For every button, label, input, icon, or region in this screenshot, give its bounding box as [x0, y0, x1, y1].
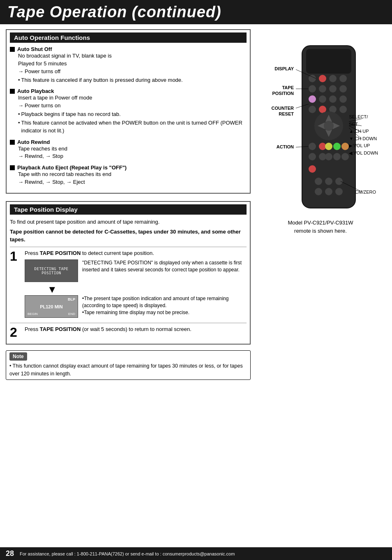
step-1-title-part1: Press — [25, 250, 40, 256]
svg-point-37 — [335, 178, 343, 185]
shut-off-arrow-text: Power turns off — [25, 68, 60, 76]
note-label: Note — [9, 352, 27, 361]
svg-point-35 — [315, 178, 322, 185]
note-text: • This function cannot display exact amo… — [9, 362, 247, 378]
vol-up-label: ▶:VOL UP — [349, 142, 378, 150]
display-label: DISPLAY — [265, 66, 294, 71]
vol-down-label: ◀:VOL DOWN — [349, 150, 378, 157]
rewind-line1: Tape reaches its end — [18, 145, 247, 153]
auto-rewind-body: Tape reaches its end → Rewind, → Stop — [18, 145, 247, 161]
bullet-square-4 — [10, 165, 15, 170]
pos-bottom: BEGIN END — [28, 312, 75, 316]
auto-operation-header: Auto Operation Functions — [10, 32, 247, 43]
svg-point-36 — [325, 178, 332, 185]
shut-off-line1: No broadcast signal in TV, blank tape is — [18, 52, 247, 60]
remote-container: DISPLAY TAPEPOSITION COUNTERRESET ACTION… — [259, 42, 382, 235]
pos-end: END — [68, 312, 75, 316]
svg-point-17 — [339, 106, 347, 113]
svg-rect-1 — [306, 49, 351, 74]
shut-off-line2: Played for 5 minutes — [18, 60, 247, 68]
step-1-content: Press TAPE POSITION to detect current ta… — [25, 250, 247, 320]
playback-arrow: → Power turns on — [18, 102, 247, 110]
position-display-area: BLP PL120 MIN BEGIN END •The present tap… — [25, 295, 247, 318]
svg-point-5 — [339, 75, 347, 82]
arrow-symbol2: → — [18, 102, 23, 110]
position-desc-2: •Tape remaining time display may not be … — [82, 309, 247, 316]
playback-bullet1-text: Playback begins if tape has no record ta… — [21, 111, 121, 118]
ch-down-label: ▼:CH DOWN — [349, 135, 378, 143]
svg-point-3 — [319, 75, 326, 82]
detecting-display-area: DETECTING TAPE POSITION "DETECTING TAPE … — [25, 259, 247, 282]
rewind-arrow: → Rewind, → Stop — [18, 153, 247, 160]
auto-eject-body: Tape with no record tab reaches its end … — [18, 171, 247, 186]
position-description: •The present tape position indication an… — [82, 295, 247, 318]
svg-point-2 — [309, 75, 316, 82]
tape-position-label: TAPEPOSITION — [265, 85, 294, 97]
eject-line1: Tape with no record tab reaches its end — [18, 171, 247, 178]
auto-playback-title: Auto Playback — [17, 88, 54, 94]
action-label: ACTION — [265, 144, 294, 149]
arrow-symbol4: → — [18, 178, 23, 186]
step-2-title-bold: TAPE POSITION — [40, 326, 81, 332]
tape-position-header: Tape Position Display — [10, 204, 247, 215]
tape-position-section: Tape Position Display To find out presen… — [6, 201, 251, 345]
bullet-square-3 — [10, 140, 15, 145]
auto-rewind-title: Auto Rewind — [17, 139, 50, 145]
auto-operation-box: Auto Operation Functions Auto Shut Off N… — [6, 29, 251, 194]
pos-blp: BLP — [28, 297, 75, 301]
svg-point-11 — [319, 95, 326, 103]
svg-point-40 — [335, 188, 343, 195]
svg-point-6 — [309, 85, 316, 93]
arrow-symbol: → — [18, 68, 23, 76]
remote-caption-line1: Model PV-C921/PV-C931W — [288, 220, 353, 226]
detecting-label-text: DETECTING TAPE POSITION — [25, 267, 78, 275]
pos-begin: BEGIN — [28, 312, 38, 316]
note-box: Note • This function cannot display exac… — [6, 350, 251, 380]
position-desc-1: •The present tape position indication an… — [82, 295, 247, 309]
detecting-description: "DETECTING TAPE POSITION" is displayed o… — [82, 259, 247, 282]
svg-point-33 — [341, 153, 349, 160]
eject-arrow: → Rewind, → Stop, → Eject — [18, 178, 247, 186]
remote-caption: Model PV-C921/PV-C931W remote is shown h… — [288, 219, 353, 235]
detecting-display-box: DETECTING TAPE POSITION — [25, 259, 78, 282]
select-set-label: SELECT/SET — [349, 113, 378, 128]
svg-point-31 — [325, 153, 332, 160]
shut-off-arrow: → Power turns off — [18, 68, 247, 76]
down-arrow-icon: ▼ — [47, 285, 247, 294]
svg-point-34 — [309, 165, 316, 173]
playback-line1: Insert a tape in Power off mode — [18, 94, 247, 102]
svg-point-28 — [341, 143, 349, 150]
auto-eject-item: Playback Auto Eject (Repeat Play is "OFF… — [10, 164, 247, 186]
svg-point-9 — [339, 85, 347, 93]
step-1-number: 1 — [10, 250, 21, 320]
auto-rewind-item: Auto Rewind Tape reaches its end → Rewin… — [10, 139, 247, 161]
pos-time: PL120 MIN — [28, 304, 75, 309]
tape-position-box: Tape Position Display To find out presen… — [6, 201, 251, 345]
auto-shut-off-title: Auto Shut Off — [17, 46, 52, 52]
svg-point-7 — [319, 85, 326, 93]
playback-bullet1: Playback begins if tape has no record ta… — [18, 111, 247, 118]
auto-operation-section: Auto Operation Functions Auto Shut Off N… — [6, 29, 251, 194]
svg-point-39 — [325, 188, 332, 195]
step-1: 1 Press TAPE POSITION to detect current … — [10, 247, 247, 320]
svg-point-27 — [333, 143, 341, 150]
svg-point-12 — [329, 95, 337, 103]
page-title: Tape Operation (continued) — [0, 0, 392, 24]
auto-playback-body: Insert a tape in Power off mode → Power … — [18, 94, 247, 134]
tape-pos-intro: To find out present tape position and am… — [10, 218, 247, 226]
auto-eject-title: Playback Auto Eject (Repeat Play is "OFF… — [17, 164, 127, 171]
step-1-title-part3: to detect current tape position. — [81, 250, 154, 256]
tape-pos-warning: Tape position cannot be detected for C-C… — [10, 228, 247, 243]
bullet-square-1 — [10, 47, 15, 52]
shut-off-bullet-text: This feature is canceled if any button i… — [21, 76, 183, 84]
auto-shut-off-body: No broadcast signal in TV, blank tape is… — [18, 52, 247, 84]
remote-caption-line2: remote is shown here. — [294, 228, 347, 234]
playback-bullet2-text: This feature cannot be activated when th… — [21, 119, 247, 135]
step-2-title-part3: (or wait 5 seconds) to return to normal … — [81, 326, 191, 332]
step-2: 2 Press TAPE POSITION (or wait 5 seconds… — [10, 323, 247, 339]
position-display-box: BLP PL120 MIN BEGIN END — [25, 295, 78, 318]
svg-point-10 — [309, 95, 316, 103]
left-column: Auto Operation Functions Auto Shut Off N… — [6, 29, 251, 380]
remote-illustration-area: DISPLAY TAPEPOSITION COUNTERRESET ACTION… — [265, 42, 376, 215]
counter-reset-label: COUNTERRESET — [265, 105, 294, 117]
